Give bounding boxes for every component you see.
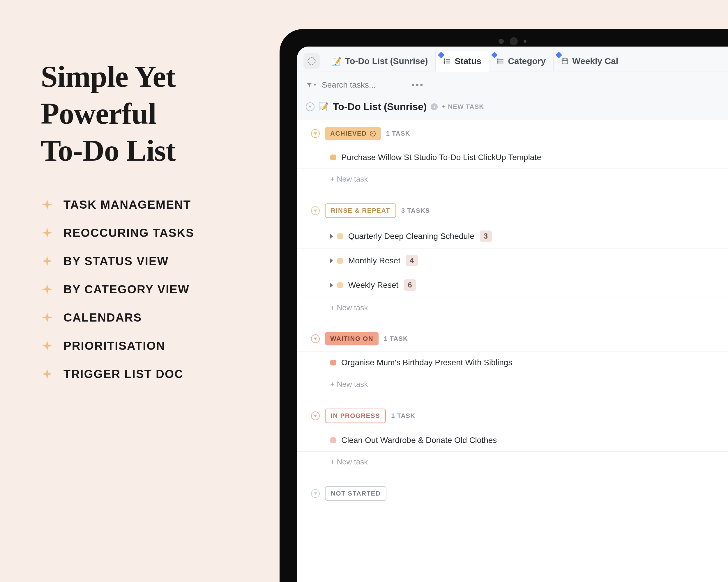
feature-item: PRIORITISATION	[41, 339, 244, 352]
task-row[interactable]: Quarterly Deep Cleaning Schedule3	[297, 224, 728, 248]
feature-item: REOCCURING TASKS	[41, 226, 244, 240]
status-label: RINSE & REPEAT	[331, 207, 390, 215]
svg-point-9	[498, 59, 498, 59]
status-chip[interactable]: RINSE & REPEAT	[325, 203, 396, 218]
view-tabs-bar: 📝 To-Do List (Sunrise) Status Category W…	[297, 47, 728, 72]
collapse-list-button[interactable]	[306, 103, 314, 111]
feature-text: TASK MANAGEMENT	[63, 198, 191, 211]
status-dot-icon[interactable]	[330, 155, 336, 160]
status-chip[interactable]: NOT STARTED	[325, 486, 386, 501]
status-dot-icon[interactable]	[330, 360, 336, 365]
chevron-down-icon	[314, 415, 317, 417]
status-chip[interactable]: IN PROGRESS	[325, 409, 386, 423]
headline-line-3: To-Do List	[41, 134, 176, 167]
chevron-down-icon	[314, 337, 317, 340]
new-task-button[interactable]: + New task	[297, 451, 728, 468]
task-row[interactable]: Organise Mum's Birthday Present With Sib…	[297, 351, 728, 373]
task-count: 1 TASK	[384, 335, 408, 342]
status-dot-icon[interactable]	[337, 282, 343, 288]
new-task-button[interactable]: + NEW TASK	[442, 103, 484, 111]
status-group: ACHIEVED ✓ 1 TASKPurchase Willow St Stud…	[297, 123, 728, 200]
task-title: Organise Mum's Birthday Present With Sib…	[341, 358, 512, 367]
check-icon: ✓	[370, 131, 375, 137]
camera-dot	[524, 40, 526, 43]
feature-item: CALENDARS	[41, 311, 244, 324]
task-count: 3 TASKS	[401, 207, 430, 215]
marketing-panel: Simple Yet Powerful To-Do List TASK MANA…	[0, 0, 280, 582]
expand-caret-icon[interactable]	[330, 258, 333, 263]
collapse-group-button[interactable]	[311, 489, 320, 498]
toolbar: ▾ •••	[297, 72, 728, 98]
collapse-group-button[interactable]	[311, 412, 320, 420]
task-row[interactable]: Purchase Willow St Studio To-Do List Cli…	[297, 146, 728, 168]
camera-dot	[498, 39, 504, 44]
info-icon[interactable]: i	[431, 103, 438, 110]
list-title: To-Do List (Sunrise)	[333, 101, 426, 112]
sparkle-icon	[41, 367, 54, 380]
more-options-button[interactable]: •••	[412, 80, 424, 90]
funnel-icon	[306, 82, 313, 88]
filter-button[interactable]: ▾	[306, 82, 316, 88]
task-title: Purchase Willow St Studio To-Do List Cli…	[341, 153, 541, 162]
status-label: IN PROGRESS	[331, 412, 380, 420]
svg-point-11	[498, 62, 498, 63]
sparkle-icon	[41, 198, 54, 211]
list-icon	[497, 57, 504, 65]
status-dot-icon[interactable]	[337, 258, 343, 264]
group-header: NOT STARTED	[297, 483, 728, 507]
status-dot-icon[interactable]	[337, 233, 343, 239]
new-task-button[interactable]: + New task	[297, 373, 728, 390]
chevron-down-icon	[314, 132, 317, 135]
chevron-down-icon	[314, 492, 317, 495]
tablet-frame: 📝 To-Do List (Sunrise) Status Category W…	[280, 29, 728, 582]
task-row[interactable]: Clean Out Wardrobe & Donate Old Clothes	[297, 429, 728, 451]
tab-status[interactable]: Status	[436, 51, 489, 72]
status-chip[interactable]: WAITING ON	[325, 332, 379, 345]
feature-text: BY CATEGORY VIEW	[63, 283, 189, 296]
subtask-count-badge: 3	[479, 230, 492, 242]
task-row[interactable]: Weekly Reset6	[297, 273, 728, 297]
tab-weekly-cal-label: Weekly Cal	[572, 56, 618, 66]
task-count: 1 TASK	[391, 412, 415, 420]
calendar-icon	[561, 57, 569, 65]
status-dot-icon[interactable]	[330, 437, 336, 443]
svg-rect-12	[562, 59, 568, 64]
task-title: Clean Out Wardrobe & Donate Old Clothes	[341, 436, 497, 445]
expand-caret-icon[interactable]	[330, 283, 333, 287]
tab-category[interactable]: Category	[489, 51, 553, 71]
collapse-sidebar-button[interactable]	[304, 53, 320, 69]
collapse-group-button[interactable]	[311, 129, 320, 138]
feature-text: PRIORITISATION	[63, 339, 165, 352]
new-task-button[interactable]: + New task	[297, 168, 728, 185]
chevron-down-icon: ▾	[314, 83, 316, 87]
sparkle-icon	[41, 255, 54, 268]
sparkle-icon	[41, 226, 54, 239]
subtask-count-badge: 4	[406, 255, 418, 266]
sparkle-icon	[41, 283, 54, 296]
feature-text: CALENDARS	[63, 311, 142, 324]
collapse-group-button[interactable]	[311, 334, 320, 343]
new-task-button[interactable]: + New task	[297, 297, 728, 314]
headline-line-1: Simple Yet	[41, 60, 176, 93]
task-title: Monthly Reset	[348, 256, 400, 266]
task-row[interactable]: Monthly Reset4	[297, 248, 728, 273]
svg-point-5	[444, 62, 445, 63]
status-chip[interactable]: ACHIEVED ✓	[325, 127, 381, 140]
sparkle-icon	[41, 339, 54, 352]
task-title: Weekly Reset	[348, 280, 398, 290]
group-header: ACHIEVED ✓ 1 TASK	[297, 123, 728, 146]
memo-icon: 📝	[331, 56, 342, 66]
collapse-group-button[interactable]	[311, 206, 320, 215]
task-count: 1 TASK	[386, 130, 410, 137]
app-screen: 📝 To-Do List (Sunrise) Status Category W…	[297, 47, 728, 582]
breadcrumb-tab[interactable]: 📝 To-Do List (Sunrise)	[324, 51, 436, 71]
feature-text: TRIGGER LIST DOC	[63, 367, 183, 381]
search-input[interactable]	[322, 80, 403, 90]
tab-status-label: Status	[454, 56, 482, 66]
tab-weekly-cal[interactable]: Weekly Cal	[553, 51, 626, 71]
expand-caret-icon[interactable]	[330, 234, 333, 239]
groups-container: ACHIEVED ✓ 1 TASKPurchase Willow St Stud…	[297, 120, 728, 582]
feature-list: TASK MANAGEMENT REOCCURING TASKS BY STAT…	[41, 198, 244, 381]
chevron-down-icon	[308, 106, 312, 108]
status-label: NOT STARTED	[331, 490, 381, 497]
